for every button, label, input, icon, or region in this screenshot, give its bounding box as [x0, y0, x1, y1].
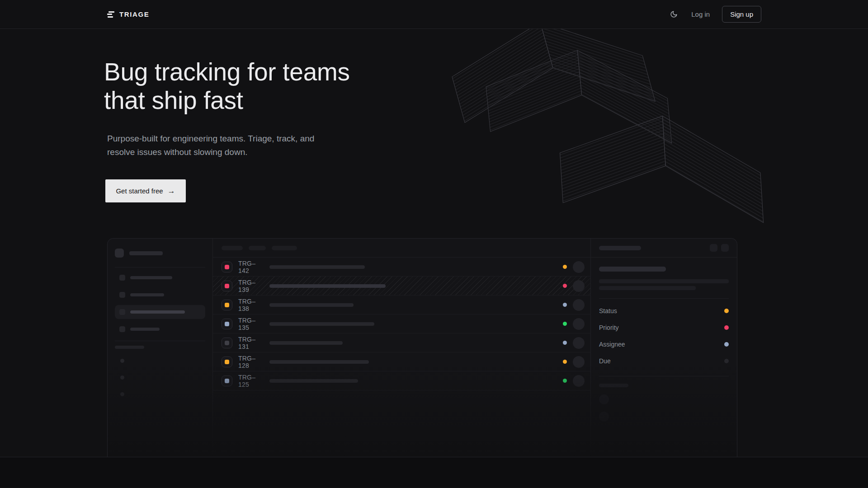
detail-prop-row: Priority [599, 319, 729, 336]
issue-type-icon [222, 338, 232, 348]
mock-nav-icon-skeleton [119, 275, 125, 281]
signup-button[interactable]: Sign up [722, 6, 761, 23]
issue-row: TRG–139 [213, 277, 591, 296]
mock-detail-header [591, 239, 737, 258]
detail-prop-dot [724, 325, 729, 330]
issue-status-dot [563, 265, 567, 269]
detail-prop-dot [724, 342, 729, 347]
mock-filter-pill [222, 246, 243, 250]
hero-subtitle-line1: Purpose-built for engineering teams. Tri… [107, 132, 314, 145]
mock-description-skeleton [599, 279, 729, 283]
issue-row: TRG–138 [213, 296, 591, 314]
mock-filter-pill [272, 246, 297, 250]
mock-section-label-skeleton [115, 346, 144, 349]
mock-nav-label-skeleton [130, 310, 185, 314]
hero-subtitle-line2: resolve issues without slowing down. [107, 145, 314, 159]
mock-detail-title-skeleton [599, 246, 641, 250]
mock-list-dot [120, 359, 124, 363]
issue-status-dot [563, 303, 567, 307]
mock-sidebar [108, 239, 213, 457]
issue-type-color [225, 322, 229, 326]
issue-title-skeleton [269, 284, 386, 288]
detail-prop-label: Assignee [599, 341, 625, 348]
mock-nav-label-skeleton [130, 293, 164, 296]
issue-title-skeleton [269, 360, 369, 364]
issue-type-icon [222, 357, 232, 367]
detail-prop-dot [724, 309, 729, 313]
issue-type-icon [222, 375, 232, 386]
issue-avatar [573, 356, 585, 368]
theme-toggle-button[interactable] [668, 9, 679, 20]
issue-type-color [225, 303, 229, 307]
detail-prop-label: Priority [599, 324, 619, 331]
brand-logo: TRIAGE [107, 10, 149, 18]
hero-subtitle: Purpose-built for engineering teams. Tri… [107, 132, 314, 159]
top-nav: TRIAGE Log in Sign up [0, 0, 868, 29]
issue-status-dot [563, 360, 567, 364]
issue-avatar [573, 375, 585, 387]
mock-detail-action-button [721, 244, 729, 252]
moon-icon [670, 10, 678, 18]
mock-app-window: TRG–142 TRG–139 TRG–138 TRG–135 TRG–131 [107, 238, 737, 457]
issue-row: TRG–128 [213, 352, 591, 371]
issue-id: TRG–142 [238, 260, 264, 274]
issue-row: TRG–125 [213, 371, 591, 390]
mock-comment-avatar [599, 394, 609, 404]
mock-list-dot [120, 392, 124, 396]
detail-prop-label: Status [599, 307, 617, 314]
hero-heading-line1: Bug tracking for teams [104, 58, 350, 86]
issue-id: TRG–128 [238, 355, 264, 369]
issue-id: TRG–125 [238, 374, 264, 388]
issue-row: TRG–131 [213, 333, 591, 352]
issue-rows: TRG–142 TRG–139 TRG–138 TRG–135 TRG–131 [213, 258, 591, 390]
issue-type-color [225, 360, 229, 364]
issue-id: TRG–138 [238, 298, 264, 312]
mock-nav-item [115, 271, 205, 285]
mock-comments-label-skeleton [599, 384, 628, 387]
mock-nav-icon-skeleton [119, 309, 125, 315]
mock-filter-pill [249, 246, 266, 250]
issue-type-color [225, 341, 229, 345]
mock-description-skeleton [599, 286, 696, 290]
mock-detail-body: Status Priority Assignee Due [591, 258, 737, 422]
detail-prop-row: Due [599, 352, 729, 369]
brand-name: TRIAGE [119, 10, 149, 18]
issue-row: TRG–142 [213, 258, 591, 277]
detail-prop-row: Assignee [599, 336, 729, 352]
mock-list-header [213, 239, 591, 258]
issue-avatar [573, 280, 585, 292]
detail-props: Status Priority Assignee Due [599, 302, 729, 369]
mock-nav-item [115, 288, 205, 302]
mock-issue-list: TRG–142 TRG–139 TRG–138 TRG–135 TRG–131 [213, 239, 591, 457]
login-link[interactable]: Log in [691, 10, 710, 18]
issue-title-skeleton [269, 303, 354, 307]
issue-status-dot [563, 284, 567, 288]
issue-id: TRG–139 [238, 279, 264, 293]
issue-row: TRG–135 [213, 314, 591, 333]
issue-avatar [573, 318, 585, 330]
mock-nav-label-skeleton [130, 328, 160, 331]
issue-avatar [573, 261, 585, 273]
mock-detail-action-button [710, 244, 717, 252]
issue-type-color [225, 265, 229, 269]
arrow-right-icon: → [168, 187, 175, 195]
mock-nav-label-skeleton [130, 276, 172, 279]
issue-type-icon [222, 300, 232, 310]
get-started-label: Get started free [116, 187, 163, 195]
issue-type-color [225, 379, 229, 383]
detail-prop-row: Status [599, 302, 729, 319]
get-started-button[interactable]: Get started free → [105, 179, 186, 202]
mock-list-dot [120, 375, 124, 380]
issue-type-color [225, 284, 229, 288]
mock-comment-avatar [599, 412, 609, 422]
issue-title-skeleton [269, 341, 343, 345]
triage-logo-icon [107, 11, 114, 18]
mock-nav-item-active [115, 305, 205, 319]
detail-prop-dot [724, 359, 729, 363]
mock-workspace-skeleton [129, 251, 163, 255]
issue-title-skeleton [269, 265, 365, 269]
divider [599, 298, 729, 299]
issue-avatar [573, 299, 585, 311]
mock-issue-title-skeleton [599, 267, 666, 272]
mock-nav-item [115, 322, 205, 336]
